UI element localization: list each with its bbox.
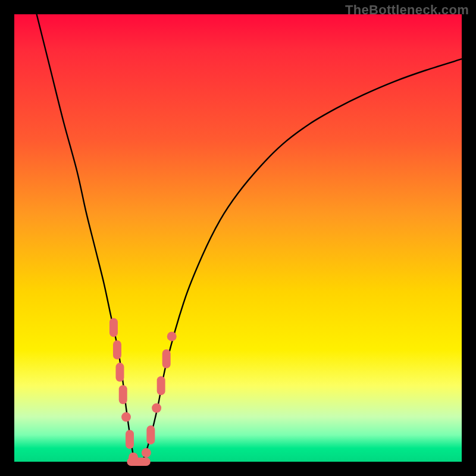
bottleneck-chart [14, 14, 462, 462]
marker-point-5 [126, 430, 134, 449]
marker-point-12 [157, 376, 165, 395]
marker-point-13 [162, 349, 171, 368]
marker-point-3 [119, 385, 127, 404]
marker-point-14 [167, 331, 177, 341]
marker-point-4 [121, 412, 131, 422]
marker-point-11 [152, 403, 161, 413]
marker-point-2 [115, 363, 124, 382]
curve-layer [37, 14, 462, 464]
marker-point-8 [131, 458, 151, 466]
marker-point-0 [109, 318, 118, 337]
marker-layer [109, 318, 177, 466]
chart-area [14, 14, 462, 462]
marker-point-1 [113, 340, 121, 359]
watermark-label: TheBottleneck.com [345, 2, 469, 18]
marker-point-9 [142, 448, 151, 458]
marker-point-10 [146, 425, 155, 444]
series-bottleneck-curve [37, 14, 462, 464]
